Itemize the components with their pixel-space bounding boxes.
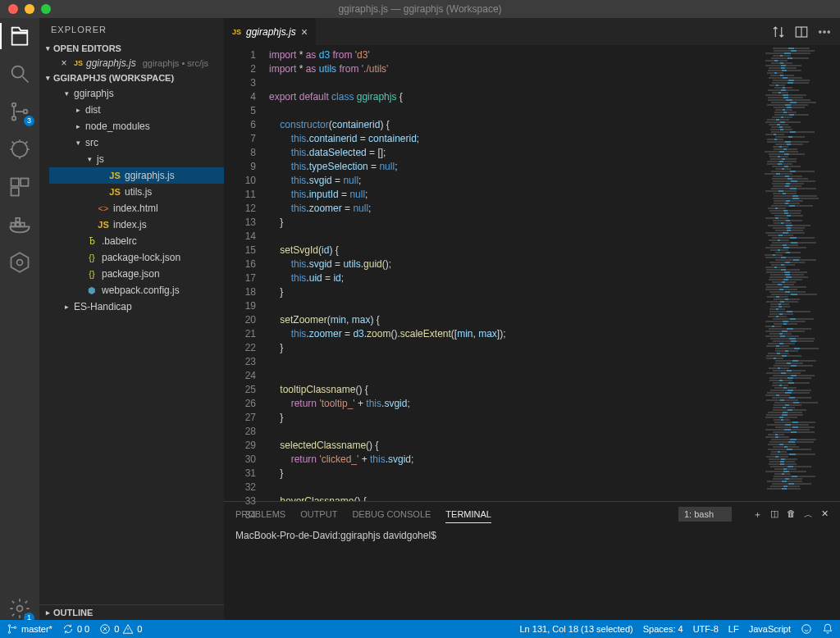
svg-point-4 — [12, 142, 28, 157]
json-file-icon: {} — [85, 253, 98, 262]
file-index-js[interactable]: JSindex.js — [49, 216, 224, 233]
git-branch[interactable]: master* — [7, 623, 52, 635]
file-utils[interactable]: JSutils.js — [49, 184, 224, 200]
docker-icon[interactable] — [8, 213, 31, 236]
file-ggiraphjs[interactable]: JSggiraphjs.js — [49, 167, 224, 184]
feedback-icon[interactable] — [801, 623, 812, 635]
file-package-json[interactable]: {}package.json — [49, 266, 224, 282]
panel-tabs: PROBLEMS OUTPUT DEBUG CONSOLE TERMINAL 1… — [224, 502, 840, 526]
outline-section[interactable]: OUTLINE — [39, 604, 224, 620]
svg-point-2 — [12, 116, 16, 121]
scm-badge: 3 — [24, 116, 34, 126]
tab-bar: JS ggiraphjs.js × — [224, 18, 840, 45]
svg-point-13 — [17, 260, 23, 266]
svg-point-21 — [14, 627, 16, 628]
kill-terminal-icon[interactable]: 🗑 — [787, 508, 796, 521]
svg-rect-6 — [21, 179, 28, 186]
activity-bar: 3 1 — [0, 18, 39, 620]
code-content[interactable]: import * as d3 from 'd3'import * as util… — [269, 45, 762, 501]
svg-point-17 — [824, 30, 825, 32]
json-file-icon: {} — [85, 269, 98, 279]
svg-point-3 — [24, 110, 28, 114]
workspace-section[interactable]: GGIRAPHJS (WORKSPACE) — [39, 71, 224, 85]
more-actions-icon[interactable] — [817, 25, 832, 39]
maximize-window-icon[interactable] — [41, 4, 51, 14]
tab-ggiraphjs[interactable]: JS ggiraphjs.js × — [224, 18, 317, 45]
language-mode[interactable]: JavaScript — [749, 624, 791, 634]
problems-status[interactable]: 0 0 — [99, 623, 142, 635]
search-icon[interactable] — [8, 62, 31, 85]
terminal-selector[interactable]: 1: bash — [678, 507, 732, 522]
svg-point-16 — [819, 30, 821, 32]
source-control-icon[interactable]: 3 — [8, 100, 31, 123]
line-numbers: 1234567891011121314151617181920212223242… — [224, 45, 269, 501]
svg-rect-5 — [11, 179, 19, 186]
close-editor-icon[interactable]: × — [59, 57, 69, 69]
svg-point-18 — [828, 30, 829, 32]
editor-actions — [771, 18, 840, 45]
titlebar: ggiraphjs.js — ggiraphjs (Workspace) — [0, 0, 840, 18]
settings-gear-icon[interactable]: 1 — [8, 597, 31, 620]
debug-icon[interactable] — [8, 138, 31, 161]
terminal-content[interactable]: MacBook-Pro-de-David:ggiraphjs davidgohe… — [224, 526, 840, 620]
open-editor-item[interactable]: × JS ggiraphjs.js ggiraphjs • src/js — [39, 56, 224, 71]
svg-point-23 — [802, 625, 811, 634]
kubernetes-icon[interactable] — [8, 251, 31, 274]
close-tab-icon[interactable]: × — [301, 26, 308, 38]
folder-dist[interactable]: ▸dist — [49, 102, 224, 118]
split-editor-icon[interactable] — [794, 25, 809, 39]
html-file-icon: <> — [97, 203, 110, 213]
editor-area[interactable]: 1234567891011121314151617181920212223242… — [224, 45, 840, 501]
js-file-icon: JS — [108, 187, 121, 197]
js-file-icon: JS — [97, 220, 110, 230]
new-terminal-icon[interactable]: ＋ — [753, 508, 762, 521]
folder-node-modules[interactable]: ▸node_modules — [49, 118, 224, 134]
config-file-icon: ⬢ — [85, 285, 98, 296]
panel-tab-terminal[interactable]: TERMINAL — [445, 506, 491, 523]
file-package-lock[interactable]: {}package-lock.json — [49, 249, 224, 266]
file-index-html[interactable]: <>index.html — [49, 200, 224, 216]
folder-src[interactable]: ▾src — [49, 134, 224, 151]
cursor-position[interactable]: Ln 131, Col 18 (13 selected) — [520, 624, 633, 634]
open-editor-filename: ggiraphjs.js — [86, 57, 136, 69]
compare-changes-icon[interactable] — [771, 25, 786, 39]
split-terminal-icon[interactable]: ◫ — [770, 508, 778, 521]
terminal-prompt: MacBook-Pro-de-David:ggiraphjs davidgohe… — [235, 530, 436, 541]
notifications-icon[interactable] — [822, 623, 833, 635]
editor-group: JS ggiraphjs.js × 1234567891011121314151… — [224, 18, 840, 620]
minimize-window-icon[interactable] — [25, 4, 34, 14]
close-window-icon[interactable] — [8, 4, 18, 14]
maximize-panel-icon[interactable]: ︿ — [804, 508, 813, 521]
status-bar: master* 0 0 0 0 Ln 131, Col 18 (13 selec… — [0, 620, 840, 638]
svg-marker-12 — [11, 253, 29, 271]
svg-point-19 — [8, 625, 10, 627]
settings-badge: 1 — [24, 613, 34, 623]
open-editors-section[interactable]: OPEN EDITORS — [39, 41, 224, 56]
window-controls — [8, 4, 51, 14]
babel-file-icon: ƀ — [85, 236, 98, 247]
sidebar-title: EXPLORER — [39, 18, 224, 41]
encoding[interactable]: UTF-8 — [693, 624, 719, 634]
folder-es-handicap[interactable]: ▸ES-Handicap — [49, 298, 224, 315]
bottom-panel: PROBLEMS OUTPUT DEBUG CONSOLE TERMINAL 1… — [224, 501, 840, 620]
file-tree: ▾ggiraphjs ▸dist ▸node_modules ▾src ▾js … — [39, 85, 224, 315]
file-babelrc[interactable]: ƀ.babelrc — [49, 233, 224, 249]
folder-js[interactable]: ▾js — [49, 151, 224, 167]
panel-tab-debug[interactable]: DEBUG CONSOLE — [352, 506, 431, 522]
window-title: ggiraphjs.js — ggiraphjs (Workspace) — [338, 3, 501, 15]
git-sync[interactable]: 0 0 — [62, 623, 89, 635]
js-file-icon: JS — [108, 171, 121, 180]
close-panel-icon[interactable]: ✕ — [821, 508, 829, 521]
minimap[interactable] — [762, 45, 840, 501]
folder-ggiraphjs[interactable]: ▾ggiraphjs — [49, 85, 224, 102]
js-file-icon: JS — [232, 28, 241, 36]
eol[interactable]: LF — [728, 624, 739, 634]
extensions-icon[interactable] — [8, 175, 31, 198]
panel-tab-output[interactable]: OUTPUT — [300, 506, 337, 522]
svg-point-0 — [12, 66, 24, 78]
js-file-icon: JS — [74, 59, 83, 67]
file-webpack-config[interactable]: ⬢webpack.config.js — [49, 282, 224, 298]
explorer-icon[interactable] — [8, 25, 31, 48]
indentation[interactable]: Spaces: 4 — [643, 624, 683, 634]
open-editor-path: ggiraphjs • src/js — [143, 58, 208, 68]
